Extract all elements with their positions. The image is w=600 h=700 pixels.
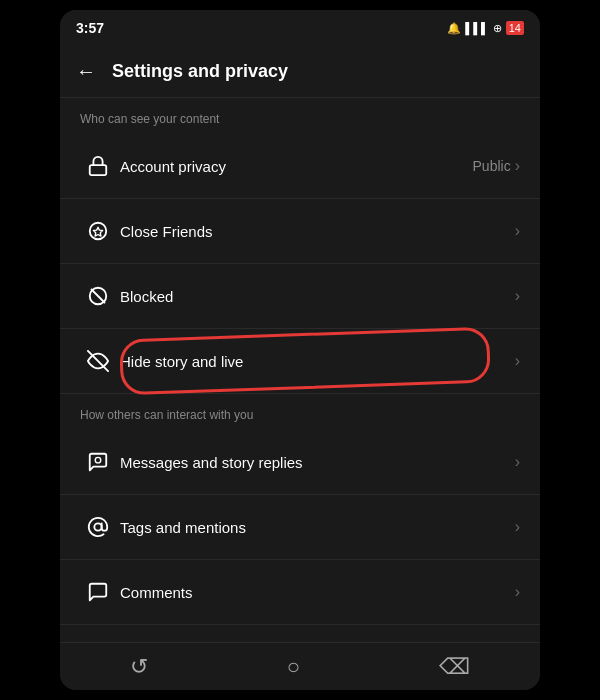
svg-rect-0 <box>90 165 107 175</box>
item-label-tags: Tags and mentions <box>120 519 515 536</box>
menu-item-sharing[interactable]: Sharing and remixes › <box>60 625 540 642</box>
svg-marker-2 <box>93 227 102 236</box>
item-label-hide-story: Hide story and live <box>120 353 515 370</box>
item-value-account-privacy: Public <box>473 158 511 174</box>
block-icon <box>80 278 116 314</box>
menu-item-hide-story[interactable]: Hide story and live › <box>60 329 540 394</box>
menu-item-account-privacy[interactable]: Account privacy Public › <box>60 134 540 199</box>
notification-icon: 🔔 <box>447 22 461 35</box>
nav-home-icon[interactable]: ○ <box>287 654 300 680</box>
chevron-icon: › <box>515 352 520 370</box>
message-icon <box>80 444 116 480</box>
chevron-icon: › <box>515 583 520 601</box>
nav-recent-icon[interactable]: ⌫ <box>439 654 470 680</box>
menu-item-close-friends[interactable]: Close Friends › <box>60 199 540 264</box>
item-label-blocked: Blocked <box>120 288 515 305</box>
section-label-interact: How others can interact with you <box>60 394 540 430</box>
item-label-comments: Comments <box>120 584 515 601</box>
chevron-icon: › <box>515 157 520 175</box>
bottom-nav: ↺ ○ ⌫ <box>60 642 540 690</box>
page-title: Settings and privacy <box>112 61 288 82</box>
nav-back-icon[interactable]: ↺ <box>130 654 148 680</box>
svg-point-1 <box>90 223 107 240</box>
chevron-icon: › <box>515 287 520 305</box>
star-icon <box>80 213 116 249</box>
status-bar: 3:57 🔔 ▌▌▌ ⊕ 14 <box>60 10 540 46</box>
phone-frame: 3:57 🔔 ▌▌▌ ⊕ 14 ← Settings and privacy W… <box>60 10 540 690</box>
item-label-account-privacy: Account privacy <box>120 158 473 175</box>
status-time: 3:57 <box>76 20 104 36</box>
header: ← Settings and privacy <box>60 46 540 98</box>
at-icon <box>80 509 116 545</box>
lock-icon <box>80 148 116 184</box>
back-button[interactable]: ← <box>76 60 96 83</box>
chevron-icon: › <box>515 453 520 471</box>
svg-point-7 <box>94 523 101 530</box>
svg-point-6 <box>95 457 101 463</box>
item-label-messages: Messages and story replies <box>120 454 515 471</box>
svg-line-4 <box>92 290 105 303</box>
settings-content: Who can see your content Account privacy… <box>60 98 540 642</box>
menu-item-blocked[interactable]: Blocked › <box>60 264 540 329</box>
item-label-close-friends: Close Friends <box>120 223 515 240</box>
menu-item-comments[interactable]: Comments › <box>60 560 540 625</box>
wifi-icon: ⊕ <box>493 22 502 35</box>
chevron-icon: › <box>515 222 520 240</box>
battery-indicator: 14 <box>506 21 524 35</box>
status-icons: 🔔 ▌▌▌ ⊕ 14 <box>447 21 524 35</box>
comment-icon <box>80 574 116 610</box>
hide-icon <box>80 343 116 379</box>
menu-item-messages[interactable]: Messages and story replies › <box>60 430 540 495</box>
chevron-icon: › <box>515 518 520 536</box>
signal-icon: ▌▌▌ <box>465 22 488 34</box>
share-icon <box>80 639 116 642</box>
section-label-content: Who can see your content <box>60 98 540 134</box>
menu-item-tags[interactable]: Tags and mentions › <box>60 495 540 560</box>
